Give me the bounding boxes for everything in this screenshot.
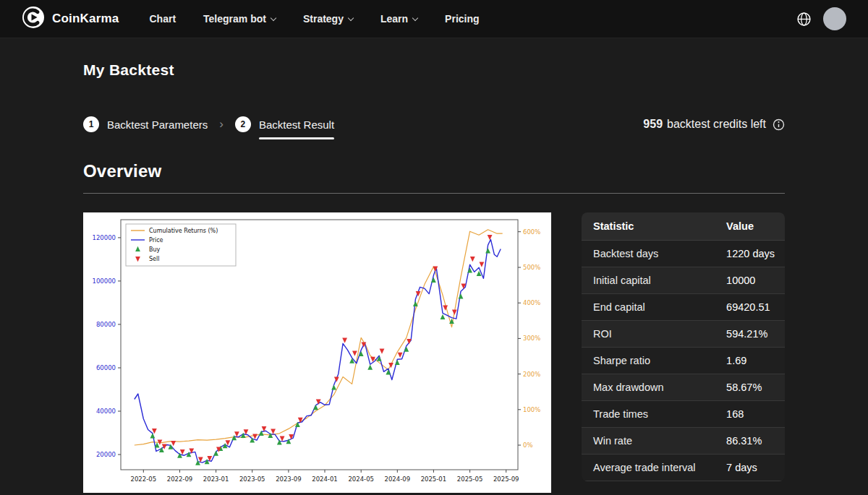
svg-text:40000: 40000 xyxy=(96,408,116,415)
main-content: My Backtest 1 Backtest Parameters › 2 Ba… xyxy=(0,61,868,493)
chevron-right-icon: › xyxy=(219,117,224,132)
stat-name: Win rate xyxy=(582,428,715,454)
nav-item-label: Learn xyxy=(380,13,408,25)
nav-item-strategy[interactable]: Strategy xyxy=(303,13,353,25)
stats-table: Statistic Value Backtest days1220 daysIn… xyxy=(582,212,785,481)
table-row: Max drawdown58.67% xyxy=(582,374,785,401)
stat-value: 86.31% xyxy=(715,428,785,454)
svg-text:100000: 100000 xyxy=(93,277,116,285)
stats-header-statistic: Statistic xyxy=(582,212,715,240)
avatar[interactable] xyxy=(823,7,846,30)
table-row: End capital69420.51 xyxy=(582,294,785,321)
stat-name: ROI xyxy=(582,321,715,347)
svg-text:400%: 400% xyxy=(523,299,540,306)
stat-name: Average trade interval xyxy=(582,455,715,481)
svg-text:100%: 100% xyxy=(523,406,540,413)
section-title: Overview xyxy=(83,161,785,181)
stat-name: End capital xyxy=(582,294,715,320)
svg-text:600%: 600% xyxy=(523,228,540,236)
svg-text:300%: 300% xyxy=(523,335,540,342)
svg-text:Buy: Buy xyxy=(149,246,161,253)
nav-links: Chart Telegram bot Strategy Learn Pricin… xyxy=(150,13,480,25)
step-1-circle: 1 xyxy=(83,116,99,132)
stat-value: 168 xyxy=(715,401,785,427)
svg-text:2024-05: 2024-05 xyxy=(348,475,374,483)
table-row: Average trade interval7 days xyxy=(582,455,785,481)
svg-text:2025-05: 2025-05 xyxy=(457,475,483,483)
coinkarma-logo-icon xyxy=(22,6,45,32)
stat-value: 594.21% xyxy=(715,321,785,347)
stats-table-body: Backtest days1220 daysInitial capital100… xyxy=(582,241,785,481)
svg-text:20000: 20000 xyxy=(96,451,116,458)
svg-text:2024-09: 2024-09 xyxy=(385,475,411,483)
stat-value: 69420.51 xyxy=(715,294,785,320)
nav-item-learn[interactable]: Learn xyxy=(380,13,417,25)
brand[interactable]: CoinKarma xyxy=(22,6,119,32)
svg-text:120000: 120000 xyxy=(93,234,116,241)
stat-name: Trade times xyxy=(582,401,715,427)
svg-text:2023-09: 2023-09 xyxy=(276,475,302,483)
svg-text:80000: 80000 xyxy=(96,321,116,328)
svg-text:2025-09: 2025-09 xyxy=(493,475,519,483)
credits-indicator: 959 backtest credits left xyxy=(643,118,785,131)
table-row: Trade times168 xyxy=(582,401,785,428)
step-1-label: Backtest Parameters xyxy=(107,119,208,131)
chevron-down-icon xyxy=(412,14,418,20)
stat-name: Backtest days xyxy=(582,241,715,267)
backtest-chart: 200004000060000800001000001200000%100%20… xyxy=(83,212,551,493)
table-row: Win rate86.31% xyxy=(582,428,785,455)
stats-table-header: Statistic Value xyxy=(582,212,785,241)
stat-name: Sharpe ratio xyxy=(582,348,715,374)
globe-icon[interactable] xyxy=(796,12,812,27)
stepper: 1 Backtest Parameters › 2 Backtest Resul… xyxy=(83,116,785,132)
credits-count: 959 xyxy=(643,118,663,131)
brand-name: CoinKarma xyxy=(52,12,119,26)
step-backtest-parameters[interactable]: 1 Backtest Parameters xyxy=(83,116,208,132)
step-2-label: Backtest Result xyxy=(259,119,334,131)
svg-text:Sell: Sell xyxy=(149,256,159,262)
navbar: CoinKarma Chart Telegram bot Strategy Le… xyxy=(0,0,868,38)
stat-value: 10000 xyxy=(715,267,785,293)
stat-name: Max drawdown xyxy=(582,374,715,400)
nav-item-label: Pricing xyxy=(445,13,479,25)
svg-text:2022-05: 2022-05 xyxy=(131,475,157,483)
stat-value: 7 days xyxy=(715,455,785,481)
overview-section: 200004000060000800001000001200000%100%20… xyxy=(83,212,785,493)
table-row: Initial capital10000 xyxy=(582,267,785,294)
stat-value: 1.69 xyxy=(715,348,785,374)
stat-name: Initial capital xyxy=(582,267,715,293)
stat-value: 1220 days xyxy=(715,241,785,267)
svg-text:200%: 200% xyxy=(523,371,540,378)
nav-item-chart[interactable]: Chart xyxy=(150,13,176,25)
nav-item-telegram-bot[interactable]: Telegram bot xyxy=(203,13,276,25)
nav-item-label: Chart xyxy=(150,13,176,25)
svg-text:2023-05: 2023-05 xyxy=(239,475,265,483)
step-backtest-result[interactable]: 2 Backtest Result xyxy=(235,116,334,132)
credits-label: backtest credits left xyxy=(667,118,766,131)
chevron-down-icon xyxy=(348,14,354,20)
stats-header-value: Value xyxy=(715,212,785,240)
info-icon[interactable] xyxy=(773,119,785,131)
backtest-chart-svg: 200004000060000800001000001200000%100%20… xyxy=(83,212,551,493)
table-row: ROI594.21% xyxy=(582,321,785,348)
page-title: My Backtest xyxy=(83,61,785,79)
svg-text:0%: 0% xyxy=(523,442,533,449)
table-row: Backtest days1220 days xyxy=(582,241,785,267)
svg-text:2024-01: 2024-01 xyxy=(312,475,338,483)
table-row: Sharpe ratio1.69 xyxy=(582,348,785,374)
chevron-down-icon xyxy=(271,14,276,20)
svg-text:60000: 60000 xyxy=(96,364,116,371)
svg-text:2025-01: 2025-01 xyxy=(421,475,447,483)
stat-value: 58.67% xyxy=(715,374,785,400)
svg-text:2022-09: 2022-09 xyxy=(167,475,193,483)
nav-item-label: Strategy xyxy=(303,13,344,25)
svg-text:Cumulative Returns (%): Cumulative Returns (%) xyxy=(149,228,218,234)
nav-item-pricing[interactable]: Pricing xyxy=(445,13,479,25)
step-2-circle: 2 xyxy=(235,116,251,132)
section-divider xyxy=(83,193,785,194)
svg-text:2023-01: 2023-01 xyxy=(203,475,229,483)
nav-item-label: Telegram bot xyxy=(203,13,266,25)
svg-text:Price: Price xyxy=(149,237,163,244)
svg-text:500%: 500% xyxy=(523,264,540,271)
